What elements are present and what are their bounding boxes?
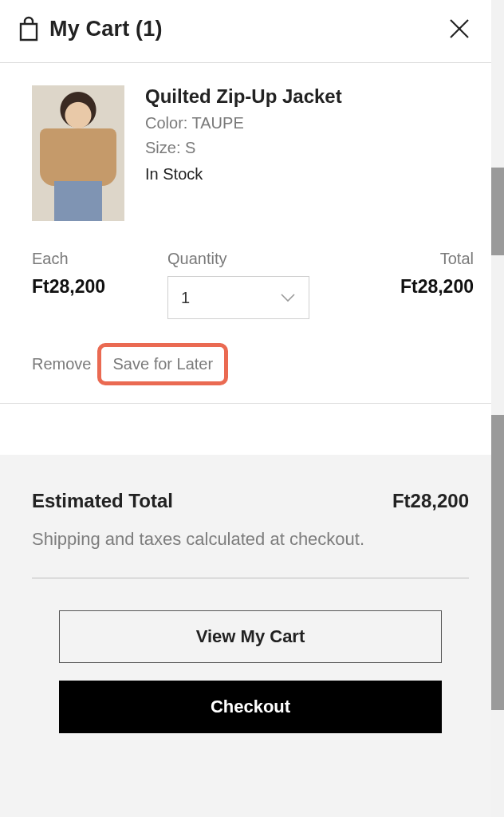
- quantity-select[interactable]: 1: [167, 276, 309, 319]
- product-name: Quilted Zip-Up Jacket: [145, 85, 342, 108]
- total-label: Total: [440, 250, 474, 268]
- divider: [32, 578, 469, 578]
- cart-item: Quilted Zip-Up Jacket Color: TAUPE Size:…: [0, 63, 491, 403]
- each-column: Each Ft28,200: [32, 250, 167, 298]
- item-info: Quilted Zip-Up Jacket Color: TAUPE Size:…: [145, 85, 342, 221]
- cart-title: My Cart (1): [49, 17, 163, 41]
- estimated-total-row: Estimated Total Ft28,200: [32, 490, 469, 512]
- product-size: Size: S: [145, 139, 342, 157]
- item-actions: Remove Save for Later: [32, 343, 474, 385]
- close-icon: [448, 18, 471, 40]
- remove-link[interactable]: Remove: [32, 355, 91, 373]
- scrollbar-track[interactable]: [491, 0, 504, 817]
- stock-status: In Stock: [145, 165, 342, 184]
- each-label: Each: [32, 250, 167, 268]
- divider: [0, 403, 491, 404]
- cart-header: My Cart (1): [0, 0, 491, 62]
- estimated-total-label: Estimated Total: [32, 490, 173, 512]
- total-column: Total Ft28,200: [343, 250, 474, 298]
- shopping-bag-icon: [18, 16, 40, 41]
- total-price: Ft28,200: [400, 276, 474, 298]
- cart-panel: My Cart (1) Quilted Zip-Up Jacket Color:…: [0, 0, 491, 817]
- quantity-value: 1: [181, 289, 190, 307]
- close-button[interactable]: [445, 14, 474, 43]
- item-top: Quilted Zip-Up Jacket Color: TAUPE Size:…: [32, 85, 474, 221]
- view-cart-button[interactable]: View My Cart: [59, 610, 442, 663]
- shipping-note: Shipping and taxes calculated at checkou…: [32, 527, 375, 552]
- save-for-later-link[interactable]: Save for Later: [97, 343, 228, 385]
- product-thumbnail[interactable]: [32, 85, 124, 221]
- header-left: My Cart (1): [18, 16, 163, 41]
- quantity-label: Quantity: [167, 250, 226, 268]
- estimated-total-value: Ft28,200: [392, 490, 469, 512]
- chevron-down-icon: [280, 293, 296, 302]
- product-color: Color: TAUPE: [145, 114, 342, 132]
- checkout-button[interactable]: Checkout: [59, 681, 442, 733]
- quantity-column: Quantity 1: [167, 250, 343, 319]
- price-row: Each Ft28,200 Quantity 1 Total Ft28,200: [32, 250, 474, 319]
- summary-section: Estimated Total Ft28,200 Shipping and ta…: [0, 455, 491, 817]
- each-price: Ft28,200: [32, 276, 167, 298]
